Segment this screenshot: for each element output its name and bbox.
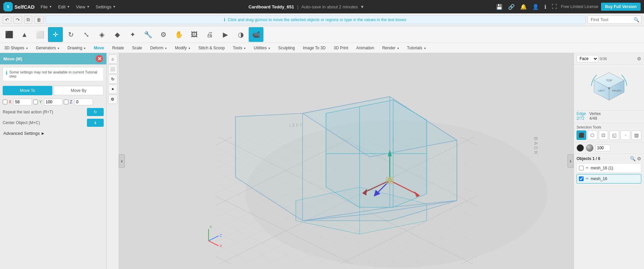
viewport-compass[interactable]: ✦ xyxy=(108,85,117,94)
tool-deform[interactable]: ◈ xyxy=(94,27,109,42)
undo-button[interactable]: ↶ xyxy=(3,16,11,24)
sel-mode-wireframe[interactable]: ⬡ xyxy=(588,130,597,140)
tool-drawing[interactable]: ⬜ xyxy=(33,27,47,42)
tool-move[interactable]: ✛ xyxy=(48,27,63,42)
toolname-drawing[interactable]: Drawing ▾ xyxy=(65,44,88,52)
object-item-1[interactable]: 𝄐 mesh_16 (1) xyxy=(577,163,641,173)
viewport-settings[interactable]: ⚙ xyxy=(108,95,117,104)
sel-mode-vertex[interactable]: ⬞ xyxy=(621,130,630,140)
toolname-rotate[interactable]: Rotate xyxy=(109,44,127,52)
y-input[interactable] xyxy=(44,99,62,105)
toolname-tools[interactable]: Tools ▾ xyxy=(230,44,248,52)
tool-tools[interactable]: 🔧 xyxy=(141,27,155,42)
x-input[interactable] xyxy=(13,99,32,105)
object-item-2[interactable]: 𝄐 mesh_16 xyxy=(577,174,641,183)
viewport-home[interactable]: ⌂ xyxy=(108,54,117,64)
move-to-tab[interactable]: Move To xyxy=(3,86,52,95)
delete-button[interactable]: 🗑 xyxy=(34,16,44,24)
toolname-render[interactable]: Render ▾ xyxy=(380,44,402,52)
buy-button[interactable]: Buy Full Version xyxy=(601,3,641,11)
left-panel: Move (M) ✕ ℹ Some settings may not be av… xyxy=(0,53,107,269)
save-icon[interactable]: 💾 xyxy=(495,2,504,11)
svg-marker-5 xyxy=(303,201,457,221)
obj-checkbox-2[interactable] xyxy=(579,176,584,181)
logo-text: SelfCAD xyxy=(14,4,35,10)
nav-edit[interactable]: Edit ▼ xyxy=(55,3,72,11)
tool-image-to-3d[interactable]: 🖼 xyxy=(187,27,202,42)
tool-scale[interactable]: ⤡ xyxy=(79,27,94,42)
toolname-move[interactable]: Move xyxy=(91,44,107,52)
nav-settings[interactable]: Settings ▼ xyxy=(93,3,118,11)
fullscreen-icon[interactable]: ⛶ xyxy=(550,2,558,11)
tool-modify[interactable]: ◆ xyxy=(110,27,125,42)
autosave-text: Auto-save in about 2 minutes ▼ xyxy=(301,4,364,9)
toolname-utilities[interactable]: Utilities ▾ xyxy=(251,44,273,52)
nav-arrow-left[interactable]: ‹ xyxy=(119,154,125,168)
opacity-input[interactable] xyxy=(595,145,610,151)
obj-checkbox-1[interactable] xyxy=(579,166,584,170)
sel-mode-paint[interactable]: ▧ xyxy=(632,130,641,140)
x-checkbox[interactable] xyxy=(3,100,7,104)
sel-mode-solid[interactable]: ⬛ xyxy=(577,130,586,140)
info-icon[interactable]: ℹ xyxy=(543,2,548,11)
user-icon[interactable]: 👤 xyxy=(531,2,540,11)
copy-button[interactable]: ⧉ xyxy=(24,15,32,24)
tool-generators[interactable]: ▲ xyxy=(17,27,32,42)
repeat-button[interactable]: ↻ xyxy=(87,108,104,116)
tool-3d-shapes[interactable]: ⬛ xyxy=(2,27,16,42)
toolname-modify[interactable]: Modify ▾ xyxy=(172,44,193,52)
color-picker[interactable] xyxy=(577,144,584,152)
selection-tools: Selection Tools ⬛ ⬡ ⊡ ◱ ⬞ ▧ xyxy=(574,123,644,142)
toolname-tutorials[interactable]: Tutorials ▾ xyxy=(404,44,429,52)
toolname-3dshapes[interactable]: 3D Shapes ▾ xyxy=(2,44,31,52)
toolname-stitch[interactable]: Stitch & Scoop xyxy=(196,44,228,52)
nav-file[interactable]: File ▼ xyxy=(38,3,55,11)
tool-utilities[interactable]: ⚙ xyxy=(156,27,171,42)
sel-mode-surface[interactable]: ⊡ xyxy=(599,130,608,140)
svg-text:BACK: BACK xyxy=(533,137,539,156)
tool-rotate[interactable]: ↻ xyxy=(63,27,78,42)
center-button[interactable]: ↡ xyxy=(87,119,104,127)
share-icon[interactable]: 🔗 xyxy=(507,2,516,11)
viewport-rotate[interactable]: ↻ xyxy=(108,74,117,84)
sculpting-icon: ✋ xyxy=(175,31,183,38)
redo-button[interactable]: ↷ xyxy=(13,16,22,24)
bell-icon[interactable]: 🔔 xyxy=(519,2,528,11)
z-input[interactable] xyxy=(75,99,93,105)
find-tool-input[interactable] xyxy=(588,15,641,24)
nav-arrow-right[interactable]: › xyxy=(567,154,574,168)
face-settings-button[interactable]: ⚙ xyxy=(637,56,641,61)
toolname-deform[interactable]: Deform ▾ xyxy=(148,44,170,52)
toolname-scale[interactable]: Scale xyxy=(130,44,145,52)
cube-nav-widget[interactable]: TOP LEFT FRONT xyxy=(574,65,644,111)
tool-tutorials[interactable]: 📹 xyxy=(249,27,263,42)
z-checkbox[interactable] xyxy=(64,100,68,104)
toolname-3dprint[interactable]: 3D Print xyxy=(331,44,351,52)
find-tool-search-icon[interactable]: 🔍 xyxy=(634,17,639,22)
objects-settings-button[interactable]: ⚙ xyxy=(637,156,641,161)
autosave-dropdown[interactable]: ▼ xyxy=(360,4,364,9)
y-checkbox[interactable] xyxy=(33,100,38,104)
toolname-image3d[interactable]: Image To 3D xyxy=(300,44,328,52)
close-panel-button[interactable]: ✕ xyxy=(96,55,103,62)
tool-animation[interactable]: ▶ xyxy=(218,27,233,42)
face-selector[interactable]: Face Edge Vertex xyxy=(577,55,598,62)
advanced-settings-toggle[interactable]: Advanced Settings ▶ xyxy=(0,128,106,139)
toolname-sculpting[interactable]: Sculpting xyxy=(276,44,297,52)
objects-search-button[interactable]: 🔍 xyxy=(630,156,636,161)
canvas-area[interactable]: BACK LEFT Z X Y ‹ › xyxy=(119,53,574,269)
edge-info[interactable]: Edge 2/72 xyxy=(577,111,586,121)
sel-mode-edge[interactable]: ◱ xyxy=(609,130,619,140)
nav-view[interactable]: View ▼ xyxy=(73,3,92,11)
material-preview[interactable] xyxy=(586,144,593,152)
deform-icon: ◈ xyxy=(99,31,104,38)
tool-stitch[interactable]: ✦ xyxy=(125,27,140,42)
tool-3d-print[interactable]: 🖨 xyxy=(202,27,217,42)
viewport-cube[interactable]: ⬜ xyxy=(108,64,117,74)
tool-sculpting[interactable]: ✋ xyxy=(171,27,186,42)
vertex-info[interactable]: Vertex 4/48 xyxy=(589,111,601,121)
toolname-generators[interactable]: Generators ▾ xyxy=(33,44,62,52)
move-by-tab[interactable]: Move By xyxy=(54,86,104,95)
toolname-animation[interactable]: Animation xyxy=(354,44,377,52)
tool-render[interactable]: ◑ xyxy=(233,27,248,42)
